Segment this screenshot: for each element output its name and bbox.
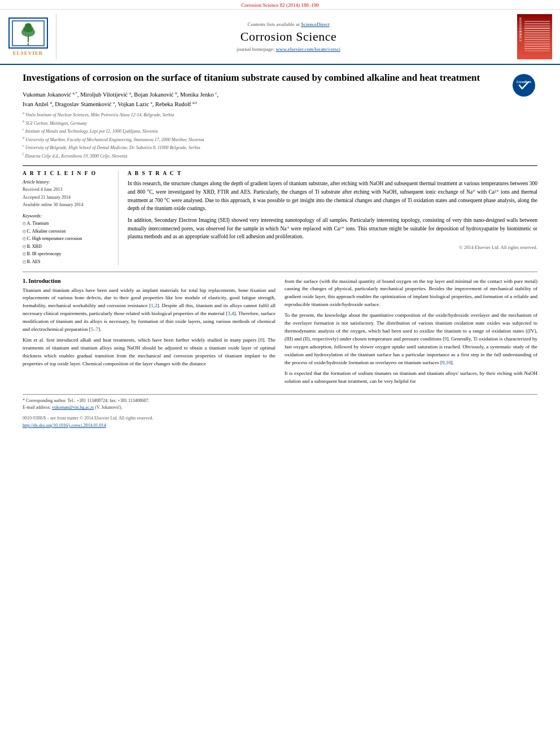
journal-citation: Corrosion Science 82 (2014) 180–190 [241,2,318,8]
journal-homepage-link[interactable]: www.elsevier.com/locate/corsci [276,46,340,52]
elsevier-logo-image [8,18,48,49]
journal-citation-bar: Corrosion Science 82 (2014) 180–190 [0,0,560,10]
email-link[interactable]: vukoman@vin.bg.ac.rs [52,405,94,410]
cover-text: CORROSION [519,17,522,41]
affiliation-d: d University of Maribor, Faculty of Mech… [23,136,537,143]
copyright-notice: © 2014 Elsevier Ltd. All rights reserved… [128,244,537,250]
article-history-label: Article history: [23,180,111,185]
svg-point-7 [515,76,533,94]
body-para-2: Kim et al. first introduced alkali and h… [23,337,275,368]
received-date: Received 4 June 2013 [23,186,111,194]
authors-line: Vukoman Jokanović a,*, Miroljub Vilotije… [23,90,537,109]
authors-text: Vukoman Jokanović a,*, Miroljub Vilotije… [23,91,218,98]
body-columns: 1. Introduction Titanium and titanium al… [23,278,537,388]
keyword-xrd: B. XRD [23,243,111,251]
section1-heading: 1. Introduction [23,278,275,284]
info-abstract-row: A R T I C L E I N F O Article history: R… [23,165,537,265]
email-prefix: E-mail address: [23,405,52,410]
email-note: E-mail address: vukoman@vin.bg.ac.rs (V.… [23,404,537,412]
affiliation-b: b SGI Carbon, Meitingen, Germany [23,119,537,127]
doi-link[interactable]: http://dx.doi.org/10.1016/j.corsci.2014.… [23,423,106,428]
article-title-text: Investigations of corrosion on the surfa… [23,72,480,83]
main-content: Investigations of corrosion on the surfa… [0,65,560,436]
keyword-aes: B. AES [23,258,111,266]
article-info-title: A R T I C L E I N F O [23,171,111,176]
keywords-label: Keywords: [23,213,111,219]
science-direct-link[interactable]: ScienceDirect [301,21,329,27]
abstract-paragraph-1: In this research, the structure changes … [128,180,537,213]
abstract-text: In this research, the structure changes … [128,180,537,241]
keyword-hightemp: C. High temperature corrosion [23,235,111,243]
article-dates: Received 4 June 2013 Accepted 21 January… [23,186,111,209]
body-para-3: from the surface (with the maximal quant… [285,278,537,309]
journal-title: Corrosion Science [240,29,336,44]
svg-point-4 [25,23,32,29]
elsevier-brand: ELSEVIER [13,50,43,56]
journal-center: Contents lists available at ScienceDirec… [62,14,515,59]
affiliation-c: c Institute of Metals and Technology, Le… [23,127,537,135]
doi-line: http://dx.doi.org/10.1016/j.corsci.2014.… [23,422,537,430]
body-right-text: from the surface (with the maximal quant… [285,278,537,386]
homepage-line: journal homepage: www.elsevier.com/locat… [237,46,340,52]
keyword-titanium: A. Titanium [23,220,111,228]
corresponding-author-note: * Corresponding author. Tel.: +381 11340… [23,397,537,405]
body-divider [23,272,537,272]
crossmark-badge: CrossMark [510,72,537,99]
affiliation-a: a Vinča Institute of Nuclear Sciences, M… [23,111,537,119]
email-suffix: (V. Jokanović). [94,405,123,410]
footnote-section: * Corresponding author. Tel.: +381 11340… [23,394,537,430]
body-para-1: Titanium and titanium alloys have been u… [23,287,275,334]
journal-cover-image: CORROSION [515,14,554,59]
article-title-area: Investigations of corrosion on the surfa… [23,72,537,85]
issn-text: 0010-9388/$ – see front matter © 2014 El… [23,416,154,421]
abstract-panel: A B S T R A C T In this research, the st… [128,171,537,265]
article-info-panel: A R T I C L E I N F O Article history: R… [23,171,119,265]
journal-header: ELSEVIER Contents lists available at Sci… [0,10,560,65]
affiliation-f: f Zlatarna Celje d.d., Kersnikova 19, 30… [23,152,537,160]
crossmark-icon: CrossMark [513,74,535,97]
body-para-4: To the present, the knowledge about the … [285,312,537,367]
svg-point-5 [27,43,29,45]
body-para-5: It is expected that the formation of sod… [285,370,537,386]
keywords-list: A. Titanium C. Alkaline corrosion C. Hig… [23,220,111,266]
keyword-alkaline: C. Alkaline corrosion [23,228,111,235]
accepted-date: Accepted 21 January 2014 [23,194,111,202]
affiliations: a Vinča Institute of Nuclear Sciences, M… [23,111,537,160]
issn-line: 0010-9388/$ – see front matter © 2014 El… [23,415,537,422]
body-left-text: Titanium and titanium alloys have been u… [23,287,275,368]
abstract-paragraph-2: In addition, Secondary Electron Imaging … [128,216,537,241]
cover-decoration [524,21,550,53]
contents-line: Contents lists available at ScienceDirec… [248,21,330,27]
abstract-title: A B S T R A C T [128,171,537,176]
available-online-date: Available online 30 January 2014 [23,201,111,209]
body-left-column: 1. Introduction Titanium and titanium al… [23,278,275,388]
authors-text-2: Ivan Anžel d, Dragoslav Stamenković e, V… [23,101,197,107]
affiliation-e: e University of Belgrade, High School of… [23,143,537,151]
keyword-ir: B. IR spectroscopy [23,250,111,258]
elsevier-logo-area: ELSEVIER [6,14,56,59]
body-right-column: from the surface (with the maximal quant… [285,278,537,388]
cover-thumbnail: CORROSION [517,14,552,59]
